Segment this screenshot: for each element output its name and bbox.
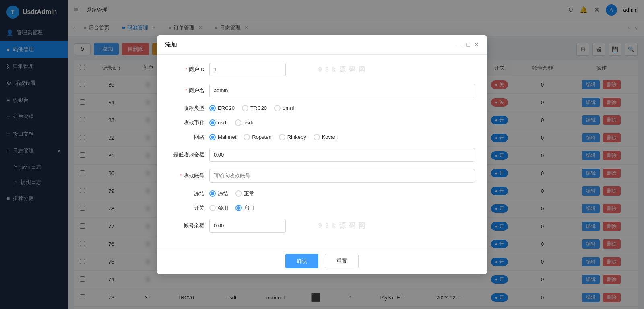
- radio-frozen[interactable]: 冻结: [209, 190, 228, 197]
- account-label: * 收款账号: [169, 172, 209, 179]
- form-row-coin-type: 收款币种 usdt usdc: [169, 119, 475, 126]
- freeze-radio-group: 冻结 正常: [209, 190, 254, 197]
- min-amount-label: 最低收款金额: [169, 151, 209, 159]
- account-input[interactable]: [209, 169, 475, 183]
- radio-erc20[interactable]: ERC20: [209, 105, 235, 111]
- radio-omni[interactable]: omni: [274, 105, 294, 111]
- radio-enabled[interactable]: 启用: [235, 204, 254, 212]
- radio-mainnet[interactable]: Mainnet: [209, 134, 236, 140]
- form-row-merchant-id: * 商户ID 9 8 k 源 码 网: [169, 63, 475, 76]
- reset-button[interactable]: 重置: [325, 254, 359, 268]
- radio-disabled[interactable]: 禁用: [209, 204, 228, 212]
- radio-usdt[interactable]: usdt: [209, 119, 228, 126]
- modal-footer: 确认 重置: [157, 248, 487, 274]
- network-radio-group: Mainnet Ropsten Rinkeby Kovan: [209, 134, 337, 140]
- radio-normal[interactable]: 正常: [235, 190, 254, 197]
- min-amount-input[interactable]: [209, 148, 475, 162]
- switch-radio-group: 禁用 启用: [209, 204, 254, 212]
- modal-header: 添加 — □ ✕: [157, 35, 487, 55]
- payment-type-radio-group: ERC20 TRC20 omni: [209, 105, 294, 111]
- merchant-id-label: * 商户ID: [169, 66, 209, 73]
- form-row-account: * 收款账号: [169, 169, 475, 183]
- modal-overlay[interactable]: 添加 — □ ✕ * 商户ID 9 8 k 源 码 网 *: [0, 0, 644, 309]
- confirm-button[interactable]: 确认: [285, 254, 318, 268]
- modal-header-buttons: — □ ✕: [457, 41, 479, 48]
- modal-maximize-btn[interactable]: □: [467, 41, 470, 48]
- coin-type-radio-group: usdt usdc: [209, 119, 254, 126]
- payment-type-label: 收款类型: [169, 105, 209, 112]
- modal-title: 添加: [165, 41, 457, 49]
- watermark-merchant-id: 9 8 k 源 码 网: [318, 65, 366, 74]
- network-label: 网络: [169, 134, 209, 141]
- merchant-id-input[interactable]: [209, 63, 286, 76]
- form-row-switch: 开关 禁用 启用: [169, 204, 475, 212]
- balance-label: 帐号余额: [169, 222, 209, 229]
- freeze-label: 冻结: [169, 190, 209, 197]
- form-row-merchant-name: * 商户名: [169, 84, 475, 97]
- form-row-balance: 帐号余额 9 8 k 源 码 网: [169, 219, 475, 233]
- form-row-network: 网络 Mainnet Ropsten Rinkeby: [169, 134, 475, 141]
- merchant-id-input-wrap: 9 8 k 源 码 网: [209, 63, 475, 76]
- radio-kovan[interactable]: Kovan: [314, 134, 337, 140]
- balance-input-wrap: 9 8 k 源 码 网: [209, 219, 475, 233]
- modal-body: * 商户ID 9 8 k 源 码 网 * 商户名 收款类型: [157, 55, 487, 248]
- balance-input[interactable]: [209, 219, 286, 233]
- form-row-freeze: 冻结 冻结 正常: [169, 190, 475, 197]
- add-modal: 添加 — □ ✕ * 商户ID 9 8 k 源 码 网 *: [157, 35, 487, 274]
- radio-usdc[interactable]: usdc: [235, 119, 254, 126]
- form-row-payment-type: 收款类型 ERC20 TRC20 omni: [169, 105, 475, 112]
- radio-ropsten[interactable]: Ropsten: [244, 134, 271, 140]
- merchant-name-input[interactable]: [209, 84, 475, 97]
- radio-rinkeby[interactable]: Rinkeby: [279, 134, 306, 140]
- switch-label: 开关: [169, 204, 209, 212]
- coin-type-label: 收款币种: [169, 119, 209, 126]
- radio-trc20[interactable]: TRC20: [242, 105, 267, 111]
- modal-minimize-btn[interactable]: —: [457, 41, 463, 48]
- watermark-balance: 9 8 k 源 码 网: [318, 221, 366, 230]
- modal-close-btn[interactable]: ✕: [474, 41, 479, 48]
- merchant-name-label: * 商户名: [169, 87, 209, 94]
- form-row-min-amount: 最低收款金额: [169, 148, 475, 162]
